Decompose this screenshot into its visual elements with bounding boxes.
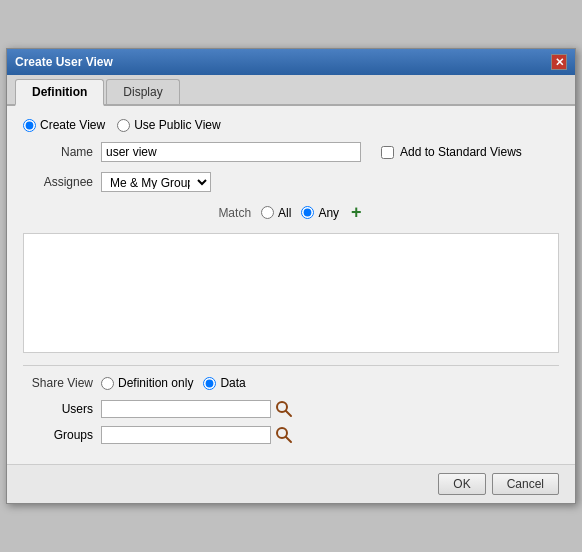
users-input[interactable] (101, 400, 271, 418)
groups-input[interactable] (101, 426, 271, 444)
dialog-body: Create View Use Public View Name Add to … (7, 106, 575, 464)
assignee-row: Assignee Me & My Group Anyone Me (23, 172, 559, 192)
use-public-view-label: Use Public View (134, 118, 220, 132)
assignee-label: Assignee (23, 175, 93, 189)
groups-row: Groups (39, 426, 559, 444)
separator (23, 365, 559, 366)
tab-bar: Definition Display (7, 75, 575, 106)
users-search-icon[interactable] (275, 400, 293, 418)
definition-only-option[interactable]: Definition only (101, 376, 193, 390)
definition-only-radio[interactable] (101, 377, 114, 390)
create-view-option[interactable]: Create View (23, 118, 105, 132)
share-view-label: Share View (23, 376, 93, 390)
data-radio[interactable] (203, 377, 216, 390)
add-condition-button[interactable]: + (349, 202, 364, 223)
name-label: Name (23, 145, 93, 159)
assignee-select[interactable]: Me & My Group Anyone Me (101, 172, 211, 192)
name-row: Name Add to Standard Views (23, 142, 559, 162)
data-option[interactable]: Data (203, 376, 245, 390)
match-any-option[interactable]: Any (301, 206, 339, 220)
match-any-label: Any (318, 206, 339, 220)
dialog-titlebar: Create User View ✕ (7, 49, 575, 75)
users-label: Users (39, 402, 93, 416)
users-groups-area: Users Groups (39, 400, 559, 444)
groups-search-icon[interactable] (275, 426, 293, 444)
add-to-standard-views-label: Add to Standard Views (400, 145, 522, 159)
ok-button[interactable]: OK (438, 473, 485, 495)
svg-line-3 (286, 437, 291, 442)
share-options: Definition only Data (101, 376, 246, 390)
name-input[interactable] (101, 142, 361, 162)
svg-line-1 (286, 411, 291, 416)
cancel-button[interactable]: Cancel (492, 473, 559, 495)
dialog-footer: OK Cancel (7, 464, 575, 503)
use-public-view-option[interactable]: Use Public View (117, 118, 220, 132)
share-view-row: Share View Definition only Data (23, 376, 559, 390)
dialog-title: Create User View (15, 55, 113, 69)
create-view-radio[interactable] (23, 119, 36, 132)
conditions-area (23, 233, 559, 353)
definition-only-label: Definition only (118, 376, 193, 390)
tab-definition[interactable]: Definition (15, 79, 104, 106)
add-to-standard-views-checkbox[interactable] (381, 146, 394, 159)
match-all-radio[interactable] (261, 206, 274, 219)
groups-label: Groups (39, 428, 93, 442)
users-row: Users (39, 400, 559, 418)
match-all-option[interactable]: All (261, 206, 291, 220)
match-label: Match (218, 206, 251, 220)
tab-display[interactable]: Display (106, 79, 179, 104)
create-view-label: Create View (40, 118, 105, 132)
data-label: Data (220, 376, 245, 390)
match-all-label: All (278, 206, 291, 220)
match-row: Match All Any + (23, 202, 559, 223)
view-type-options: Create View Use Public View (23, 118, 559, 132)
create-user-view-dialog: Create User View ✕ Definition Display Cr… (6, 48, 576, 504)
close-button[interactable]: ✕ (551, 54, 567, 70)
use-public-view-radio[interactable] (117, 119, 130, 132)
standard-views-row: Add to Standard Views (381, 145, 522, 159)
match-any-radio[interactable] (301, 206, 314, 219)
